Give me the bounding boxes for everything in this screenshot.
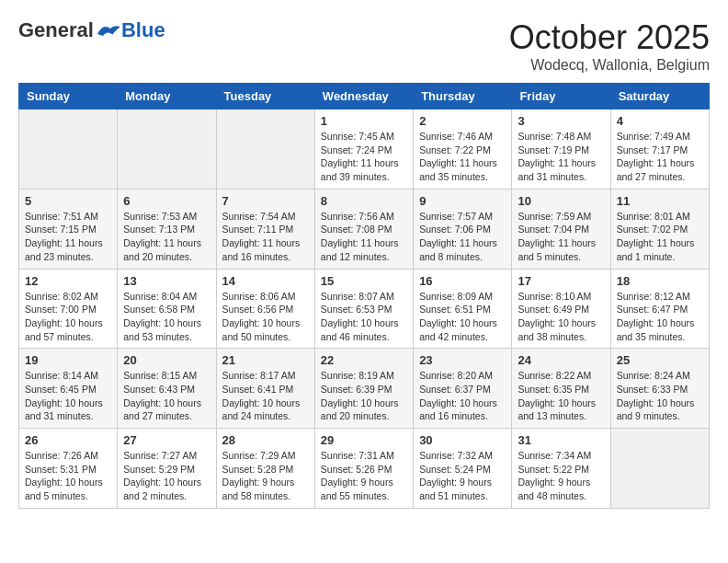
calendar-header-sunday: Sunday <box>19 84 118 109</box>
calendar-week-row: 12Sunrise: 8:02 AM Sunset: 7:00 PM Dayli… <box>19 269 710 349</box>
day-number: 1 <box>321 114 407 128</box>
calendar-cell <box>216 109 314 190</box>
day-info: Sunrise: 7:27 AM Sunset: 5:29 PM Dayligh… <box>123 449 210 503</box>
logo-general-text: General <box>18 18 94 42</box>
day-number: 30 <box>419 433 506 447</box>
day-info: Sunrise: 8:14 AM Sunset: 6:45 PM Dayligh… <box>25 369 111 423</box>
day-info: Sunrise: 7:31 AM Sunset: 5:26 PM Dayligh… <box>321 449 407 503</box>
day-info: Sunrise: 8:15 AM Sunset: 6:43 PM Dayligh… <box>123 369 210 423</box>
calendar-cell: 29Sunrise: 7:31 AM Sunset: 5:26 PM Dayli… <box>314 429 413 509</box>
day-info: Sunrise: 7:34 AM Sunset: 5:22 PM Dayligh… <box>518 449 604 503</box>
calendar-cell: 1Sunrise: 7:45 AM Sunset: 7:24 PM Daylig… <box>314 109 413 190</box>
calendar-week-row: 1Sunrise: 7:45 AM Sunset: 7:24 PM Daylig… <box>19 109 710 190</box>
calendar-cell: 3Sunrise: 7:48 AM Sunset: 7:19 PM Daylig… <box>512 109 610 190</box>
day-info: Sunrise: 7:32 AM Sunset: 5:24 PM Dayligh… <box>419 449 506 503</box>
calendar-cell: 16Sunrise: 8:09 AM Sunset: 6:51 PM Dayli… <box>414 269 512 349</box>
day-number: 4 <box>617 114 703 128</box>
day-number: 6 <box>123 194 210 208</box>
calendar-header-saturday: Saturday <box>610 84 709 109</box>
day-number: 11 <box>617 194 703 208</box>
calendar-cell: 27Sunrise: 7:27 AM Sunset: 5:29 PM Dayli… <box>118 429 216 509</box>
calendar-cell: 19Sunrise: 8:14 AM Sunset: 6:45 PM Dayli… <box>19 349 118 429</box>
day-number: 26 <box>25 433 111 447</box>
day-number: 10 <box>518 194 604 208</box>
calendar-cell: 12Sunrise: 8:02 AM Sunset: 7:00 PM Dayli… <box>19 269 118 349</box>
day-number: 2 <box>419 114 506 128</box>
day-info: Sunrise: 7:56 AM Sunset: 7:08 PM Dayligh… <box>321 210 407 264</box>
calendar-header-thursday: Thursday <box>414 84 512 109</box>
day-number: 9 <box>419 194 506 208</box>
calendar-week-row: 19Sunrise: 8:14 AM Sunset: 6:45 PM Dayli… <box>19 349 710 429</box>
day-number: 31 <box>518 433 604 447</box>
calendar-cell: 21Sunrise: 8:17 AM Sunset: 6:41 PM Dayli… <box>216 349 314 429</box>
day-number: 14 <box>222 274 309 288</box>
day-info: Sunrise: 7:59 AM Sunset: 7:04 PM Dayligh… <box>518 210 604 264</box>
day-number: 18 <box>617 274 703 288</box>
calendar-cell <box>19 109 118 190</box>
calendar-table: SundayMondayTuesdayWednesdayThursdayFrid… <box>18 83 710 509</box>
month-title: October 2025 <box>509 18 710 57</box>
calendar-header-friday: Friday <box>512 84 610 109</box>
day-info: Sunrise: 7:54 AM Sunset: 7:11 PM Dayligh… <box>222 210 309 264</box>
day-info: Sunrise: 8:22 AM Sunset: 6:35 PM Dayligh… <box>518 369 604 423</box>
day-number: 28 <box>222 433 309 447</box>
calendar-cell: 25Sunrise: 8:24 AM Sunset: 6:33 PM Dayli… <box>610 349 709 429</box>
day-number: 25 <box>617 353 703 367</box>
day-info: Sunrise: 7:51 AM Sunset: 7:15 PM Dayligh… <box>25 210 111 264</box>
logo: General Blue <box>18 18 165 42</box>
calendar-cell: 23Sunrise: 8:20 AM Sunset: 6:37 PM Dayli… <box>414 349 512 429</box>
calendar-cell: 13Sunrise: 8:04 AM Sunset: 6:58 PM Dayli… <box>118 269 216 349</box>
day-number: 5 <box>25 194 111 208</box>
calendar-cell: 26Sunrise: 7:26 AM Sunset: 5:31 PM Dayli… <box>19 429 118 509</box>
day-number: 19 <box>25 353 111 367</box>
day-number: 15 <box>321 274 407 288</box>
calendar-cell: 8Sunrise: 7:56 AM Sunset: 7:08 PM Daylig… <box>314 189 413 269</box>
day-info: Sunrise: 8:24 AM Sunset: 6:33 PM Dayligh… <box>617 369 703 423</box>
calendar-cell: 24Sunrise: 8:22 AM Sunset: 6:35 PM Dayli… <box>512 349 610 429</box>
calendar-cell <box>118 109 216 190</box>
day-info: Sunrise: 8:07 AM Sunset: 6:53 PM Dayligh… <box>321 290 407 344</box>
day-number: 12 <box>25 274 111 288</box>
day-info: Sunrise: 8:04 AM Sunset: 6:58 PM Dayligh… <box>123 290 210 344</box>
day-info: Sunrise: 7:48 AM Sunset: 7:19 PM Dayligh… <box>518 130 604 184</box>
day-number: 24 <box>518 353 604 367</box>
day-number: 3 <box>518 114 604 128</box>
day-info: Sunrise: 7:46 AM Sunset: 7:22 PM Dayligh… <box>419 130 506 184</box>
day-number: 29 <box>321 433 407 447</box>
page-header: General Blue October 2025 Wodecq, Wallon… <box>18 18 710 74</box>
day-info: Sunrise: 7:53 AM Sunset: 7:13 PM Dayligh… <box>123 210 210 264</box>
calendar-cell: 22Sunrise: 8:19 AM Sunset: 6:39 PM Dayli… <box>314 349 413 429</box>
day-info: Sunrise: 8:12 AM Sunset: 6:47 PM Dayligh… <box>617 290 703 344</box>
calendar-week-row: 5Sunrise: 7:51 AM Sunset: 7:15 PM Daylig… <box>19 189 710 269</box>
day-info: Sunrise: 7:57 AM Sunset: 7:06 PM Dayligh… <box>419 210 506 264</box>
calendar-cell: 11Sunrise: 8:01 AM Sunset: 7:02 PM Dayli… <box>610 189 709 269</box>
calendar-cell: 15Sunrise: 8:07 AM Sunset: 6:53 PM Dayli… <box>314 269 413 349</box>
day-info: Sunrise: 7:29 AM Sunset: 5:28 PM Dayligh… <box>222 449 309 503</box>
calendar-cell: 7Sunrise: 7:54 AM Sunset: 7:11 PM Daylig… <box>216 189 314 269</box>
calendar-cell: 9Sunrise: 7:57 AM Sunset: 7:06 PM Daylig… <box>414 189 512 269</box>
calendar-cell: 5Sunrise: 7:51 AM Sunset: 7:15 PM Daylig… <box>19 189 118 269</box>
calendar-cell: 14Sunrise: 8:06 AM Sunset: 6:56 PM Dayli… <box>216 269 314 349</box>
day-info: Sunrise: 8:10 AM Sunset: 6:49 PM Dayligh… <box>518 290 604 344</box>
calendar-header-wednesday: Wednesday <box>314 84 413 109</box>
location-text: Wodecq, Wallonia, Belgium <box>509 57 710 74</box>
day-info: Sunrise: 8:02 AM Sunset: 7:00 PM Dayligh… <box>25 290 111 344</box>
day-info: Sunrise: 7:26 AM Sunset: 5:31 PM Dayligh… <box>25 449 111 503</box>
calendar-cell: 6Sunrise: 7:53 AM Sunset: 7:13 PM Daylig… <box>118 189 216 269</box>
calendar-cell: 17Sunrise: 8:10 AM Sunset: 6:49 PM Dayli… <box>512 269 610 349</box>
day-number: 8 <box>321 194 407 208</box>
day-number: 27 <box>123 433 210 447</box>
day-info: Sunrise: 7:45 AM Sunset: 7:24 PM Dayligh… <box>321 130 407 184</box>
calendar-header-row: SundayMondayTuesdayWednesdayThursdayFrid… <box>19 84 710 109</box>
day-info: Sunrise: 8:19 AM Sunset: 6:39 PM Dayligh… <box>321 369 407 423</box>
day-info: Sunrise: 8:01 AM Sunset: 7:02 PM Dayligh… <box>617 210 703 264</box>
day-info: Sunrise: 8:20 AM Sunset: 6:37 PM Dayligh… <box>419 369 506 423</box>
calendar-cell: 4Sunrise: 7:49 AM Sunset: 7:17 PM Daylig… <box>610 109 709 190</box>
day-info: Sunrise: 8:06 AM Sunset: 6:56 PM Dayligh… <box>222 290 309 344</box>
day-number: 7 <box>222 194 309 208</box>
day-number: 21 <box>222 353 309 367</box>
day-number: 23 <box>419 353 506 367</box>
day-info: Sunrise: 8:09 AM Sunset: 6:51 PM Dayligh… <box>419 290 506 344</box>
logo-bird-icon <box>96 21 121 40</box>
day-info: Sunrise: 7:49 AM Sunset: 7:17 PM Dayligh… <box>617 130 703 184</box>
